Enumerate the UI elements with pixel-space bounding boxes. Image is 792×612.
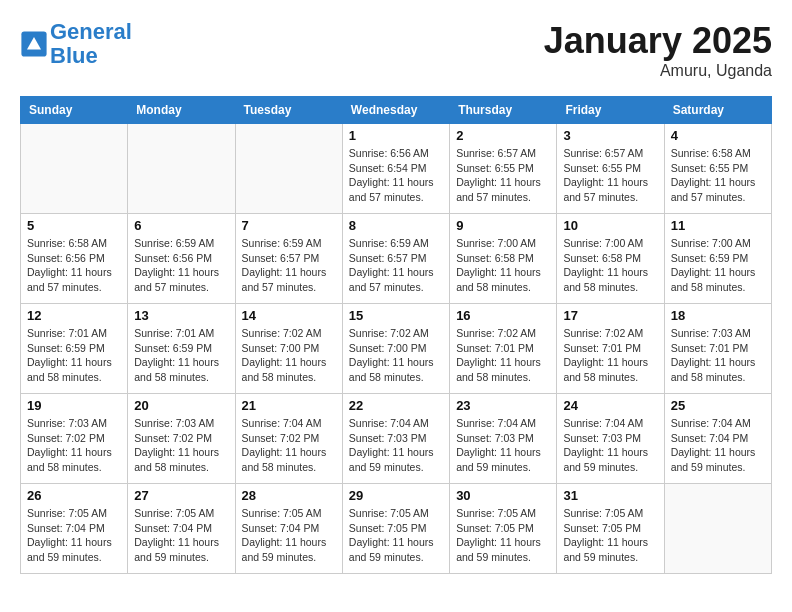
day-number: 24: [563, 398, 657, 413]
day-number: 6: [134, 218, 228, 233]
day-number: 30: [456, 488, 550, 503]
location-title: Amuru, Uganda: [544, 62, 772, 80]
day-info: Sunrise: 6:59 AMSunset: 6:56 PMDaylight:…: [134, 236, 228, 295]
day-number: 16: [456, 308, 550, 323]
calendar-cell: 15Sunrise: 7:02 AMSunset: 7:00 PMDayligh…: [342, 304, 449, 394]
logo: General Blue: [20, 20, 132, 68]
day-number: 13: [134, 308, 228, 323]
calendar-cell: 26Sunrise: 7:05 AMSunset: 7:04 PMDayligh…: [21, 484, 128, 574]
day-number: 20: [134, 398, 228, 413]
calendar-cell: 25Sunrise: 7:04 AMSunset: 7:04 PMDayligh…: [664, 394, 771, 484]
calendar-cell: 20Sunrise: 7:03 AMSunset: 7:02 PMDayligh…: [128, 394, 235, 484]
calendar-cell: 10Sunrise: 7:00 AMSunset: 6:58 PMDayligh…: [557, 214, 664, 304]
day-number: 14: [242, 308, 336, 323]
calendar-cell: 1Sunrise: 6:56 AMSunset: 6:54 PMDaylight…: [342, 124, 449, 214]
week-row-5: 26Sunrise: 7:05 AMSunset: 7:04 PMDayligh…: [21, 484, 772, 574]
day-info: Sunrise: 6:59 AMSunset: 6:57 PMDaylight:…: [242, 236, 336, 295]
day-number: 26: [27, 488, 121, 503]
week-row-2: 5Sunrise: 6:58 AMSunset: 6:56 PMDaylight…: [21, 214, 772, 304]
week-row-1: 1Sunrise: 6:56 AMSunset: 6:54 PMDaylight…: [21, 124, 772, 214]
day-info: Sunrise: 7:05 AMSunset: 7:04 PMDaylight:…: [134, 506, 228, 565]
day-info: Sunrise: 7:01 AMSunset: 6:59 PMDaylight:…: [27, 326, 121, 385]
day-info: Sunrise: 7:05 AMSunset: 7:05 PMDaylight:…: [563, 506, 657, 565]
calendar-cell: [21, 124, 128, 214]
calendar-cell: 2Sunrise: 6:57 AMSunset: 6:55 PMDaylight…: [450, 124, 557, 214]
calendar-cell: 11Sunrise: 7:00 AMSunset: 6:59 PMDayligh…: [664, 214, 771, 304]
logo-icon: [20, 30, 48, 58]
day-info: Sunrise: 7:05 AMSunset: 7:04 PMDaylight:…: [242, 506, 336, 565]
day-info: Sunrise: 6:57 AMSunset: 6:55 PMDaylight:…: [563, 146, 657, 205]
day-info: Sunrise: 6:56 AMSunset: 6:54 PMDaylight:…: [349, 146, 443, 205]
calendar-cell: 22Sunrise: 7:04 AMSunset: 7:03 PMDayligh…: [342, 394, 449, 484]
page-header: General Blue January 2025 Amuru, Uganda: [20, 20, 772, 80]
day-number: 23: [456, 398, 550, 413]
calendar-cell: 31Sunrise: 7:05 AMSunset: 7:05 PMDayligh…: [557, 484, 664, 574]
day-header-sunday: Sunday: [21, 97, 128, 124]
calendar-header-row: SundayMondayTuesdayWednesdayThursdayFrid…: [21, 97, 772, 124]
calendar-cell: 4Sunrise: 6:58 AMSunset: 6:55 PMDaylight…: [664, 124, 771, 214]
calendar-cell: 19Sunrise: 7:03 AMSunset: 7:02 PMDayligh…: [21, 394, 128, 484]
day-info: Sunrise: 6:58 AMSunset: 6:56 PMDaylight:…: [27, 236, 121, 295]
day-number: 5: [27, 218, 121, 233]
day-info: Sunrise: 7:00 AMSunset: 6:58 PMDaylight:…: [456, 236, 550, 295]
calendar-cell: 18Sunrise: 7:03 AMSunset: 7:01 PMDayligh…: [664, 304, 771, 394]
day-info: Sunrise: 7:04 AMSunset: 7:02 PMDaylight:…: [242, 416, 336, 475]
calendar-cell: 30Sunrise: 7:05 AMSunset: 7:05 PMDayligh…: [450, 484, 557, 574]
day-number: 25: [671, 398, 765, 413]
day-number: 27: [134, 488, 228, 503]
day-info: Sunrise: 7:02 AMSunset: 7:01 PMDaylight:…: [563, 326, 657, 385]
calendar-cell: 7Sunrise: 6:59 AMSunset: 6:57 PMDaylight…: [235, 214, 342, 304]
day-number: 31: [563, 488, 657, 503]
calendar-cell: [128, 124, 235, 214]
day-number: 22: [349, 398, 443, 413]
day-number: 21: [242, 398, 336, 413]
day-info: Sunrise: 7:02 AMSunset: 7:00 PMDaylight:…: [242, 326, 336, 385]
day-number: 4: [671, 128, 765, 143]
calendar-cell: 14Sunrise: 7:02 AMSunset: 7:00 PMDayligh…: [235, 304, 342, 394]
calendar-cell: 24Sunrise: 7:04 AMSunset: 7:03 PMDayligh…: [557, 394, 664, 484]
calendar-cell: 17Sunrise: 7:02 AMSunset: 7:01 PMDayligh…: [557, 304, 664, 394]
week-row-3: 12Sunrise: 7:01 AMSunset: 6:59 PMDayligh…: [21, 304, 772, 394]
calendar-cell: 13Sunrise: 7:01 AMSunset: 6:59 PMDayligh…: [128, 304, 235, 394]
calendar-cell: 21Sunrise: 7:04 AMSunset: 7:02 PMDayligh…: [235, 394, 342, 484]
calendar-cell: 23Sunrise: 7:04 AMSunset: 7:03 PMDayligh…: [450, 394, 557, 484]
week-row-4: 19Sunrise: 7:03 AMSunset: 7:02 PMDayligh…: [21, 394, 772, 484]
day-info: Sunrise: 7:05 AMSunset: 7:05 PMDaylight:…: [349, 506, 443, 565]
day-number: 8: [349, 218, 443, 233]
day-number: 19: [27, 398, 121, 413]
day-info: Sunrise: 7:04 AMSunset: 7:04 PMDaylight:…: [671, 416, 765, 475]
day-info: Sunrise: 7:04 AMSunset: 7:03 PMDaylight:…: [456, 416, 550, 475]
day-header-monday: Monday: [128, 97, 235, 124]
calendar-cell: 28Sunrise: 7:05 AMSunset: 7:04 PMDayligh…: [235, 484, 342, 574]
day-header-saturday: Saturday: [664, 97, 771, 124]
day-number: 1: [349, 128, 443, 143]
calendar-cell: [235, 124, 342, 214]
day-info: Sunrise: 6:58 AMSunset: 6:55 PMDaylight:…: [671, 146, 765, 205]
day-info: Sunrise: 6:57 AMSunset: 6:55 PMDaylight:…: [456, 146, 550, 205]
day-info: Sunrise: 7:02 AMSunset: 7:00 PMDaylight:…: [349, 326, 443, 385]
month-title: January 2025: [544, 20, 772, 62]
day-info: Sunrise: 7:00 AMSunset: 6:58 PMDaylight:…: [563, 236, 657, 295]
calendar-table: SundayMondayTuesdayWednesdayThursdayFrid…: [20, 96, 772, 574]
calendar-cell: 3Sunrise: 6:57 AMSunset: 6:55 PMDaylight…: [557, 124, 664, 214]
calendar-cell: 12Sunrise: 7:01 AMSunset: 6:59 PMDayligh…: [21, 304, 128, 394]
day-info: Sunrise: 7:05 AMSunset: 7:05 PMDaylight:…: [456, 506, 550, 565]
day-number: 17: [563, 308, 657, 323]
day-number: 7: [242, 218, 336, 233]
day-number: 10: [563, 218, 657, 233]
calendar-cell: 16Sunrise: 7:02 AMSunset: 7:01 PMDayligh…: [450, 304, 557, 394]
day-header-tuesday: Tuesday: [235, 97, 342, 124]
title-block: January 2025 Amuru, Uganda: [544, 20, 772, 80]
day-info: Sunrise: 7:03 AMSunset: 7:02 PMDaylight:…: [134, 416, 228, 475]
calendar-cell: 27Sunrise: 7:05 AMSunset: 7:04 PMDayligh…: [128, 484, 235, 574]
day-info: Sunrise: 7:00 AMSunset: 6:59 PMDaylight:…: [671, 236, 765, 295]
day-info: Sunrise: 7:03 AMSunset: 7:02 PMDaylight:…: [27, 416, 121, 475]
day-info: Sunrise: 7:02 AMSunset: 7:01 PMDaylight:…: [456, 326, 550, 385]
day-info: Sunrise: 7:04 AMSunset: 7:03 PMDaylight:…: [563, 416, 657, 475]
day-info: Sunrise: 7:01 AMSunset: 6:59 PMDaylight:…: [134, 326, 228, 385]
day-number: 2: [456, 128, 550, 143]
day-number: 3: [563, 128, 657, 143]
day-info: Sunrise: 7:03 AMSunset: 7:01 PMDaylight:…: [671, 326, 765, 385]
calendar-cell: [664, 484, 771, 574]
calendar-cell: 6Sunrise: 6:59 AMSunset: 6:56 PMDaylight…: [128, 214, 235, 304]
